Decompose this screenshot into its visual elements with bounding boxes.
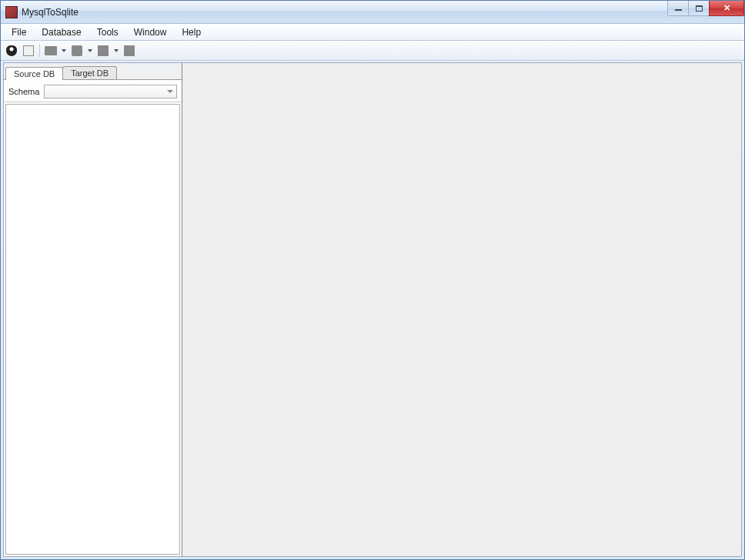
maximize-icon	[696, 5, 703, 12]
menu-file[interactable]: File	[4, 25, 34, 39]
chevron-down-icon	[167, 90, 173, 93]
left-panel: Source DB Target DB Schema	[4, 63, 182, 556]
toolbar-view-button[interactable]	[95, 43, 111, 58]
schema-row: Schema	[4, 80, 182, 102]
schema-tree[interactable]	[5, 104, 180, 555]
toolbar-connect-button[interactable]	[4, 43, 19, 58]
schema-label: Schema	[8, 87, 39, 96]
chevron-down-icon	[62, 49, 66, 52]
inner-frame: Source DB Target DB Schema	[3, 62, 742, 557]
close-button[interactable]: ✕	[709, 1, 744, 16]
client-area: File Database Tools Window Help	[1, 24, 744, 559]
minimize-icon	[675, 9, 682, 11]
toolbar-separator	[39, 44, 40, 58]
menu-database[interactable]: Database	[34, 25, 89, 39]
app-icon	[5, 6, 18, 18]
toolbar-view-dropdown[interactable]	[112, 49, 120, 52]
chevron-down-icon	[114, 49, 119, 52]
schema-dropdown[interactable]	[44, 85, 177, 98]
tab-target-db[interactable]: Target DB	[62, 66, 117, 79]
stop-icon	[124, 45, 135, 56]
maximize-button[interactable]	[688, 1, 710, 16]
minimize-button[interactable]	[667, 1, 689, 16]
chevron-down-icon	[88, 49, 92, 52]
folder-icon	[45, 46, 57, 55]
menubar: File Database Tools Window Help	[1, 24, 744, 41]
close-icon: ✕	[723, 4, 730, 12]
toolbar-stop-button[interactable]	[122, 43, 137, 58]
toolbar-open-dropdown[interactable]	[60, 49, 68, 52]
tab-source-db[interactable]: Source DB	[5, 67, 63, 80]
main-workspace	[182, 63, 741, 556]
window-title: MysqlToSqlite	[22, 7, 79, 18]
app-window: MysqlToSqlite ✕ File Database Tools Wind…	[0, 0, 745, 560]
toolbar-query-dropdown[interactable]	[86, 49, 94, 52]
view-icon	[98, 45, 109, 56]
document-icon	[23, 45, 34, 56]
content-area: Source DB Target DB Schema	[4, 63, 741, 556]
penguin-icon	[6, 45, 17, 56]
menu-tools[interactable]: Tools	[89, 25, 126, 39]
toolbar-open-button[interactable]	[43, 43, 58, 58]
menu-help[interactable]: Help	[174, 25, 209, 39]
window-controls: ✕	[668, 1, 744, 16]
toolbar-new-button[interactable]	[21, 43, 36, 58]
toolbar	[1, 41, 744, 61]
query-icon	[72, 45, 82, 56]
toolbar-query-button[interactable]	[69, 43, 85, 58]
menu-window[interactable]: Window	[126, 25, 175, 39]
titlebar[interactable]: MysqlToSqlite ✕	[1, 1, 744, 24]
db-tabs: Source DB Target DB	[4, 63, 182, 80]
